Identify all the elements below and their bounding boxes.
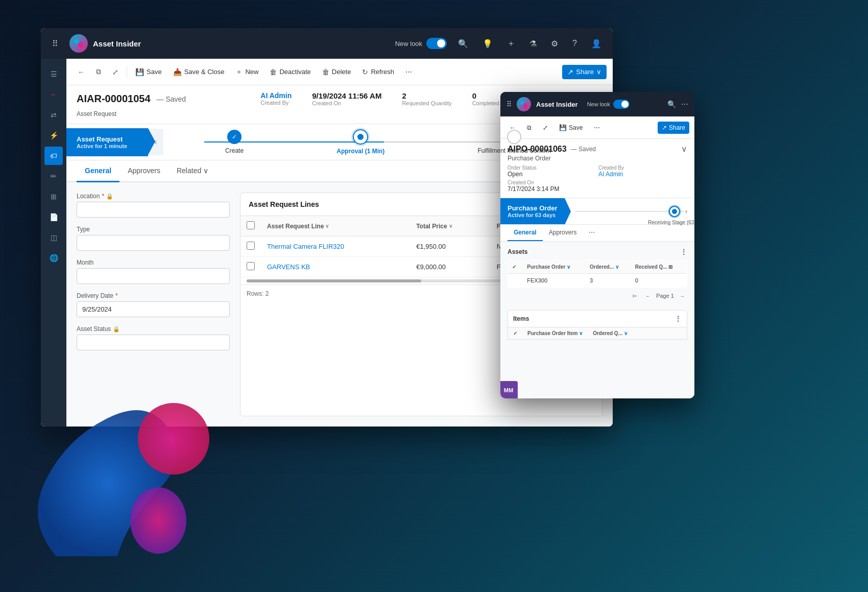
save-close-button[interactable]: 📥 Save & Close xyxy=(168,65,230,79)
sec-save-label: Save xyxy=(569,124,583,131)
month-label: Month xyxy=(77,259,230,266)
row2-check[interactable] xyxy=(247,262,255,270)
sidebar-edit-icon[interactable]: ✏ xyxy=(44,167,63,185)
save-button[interactable]: 💾 Save xyxy=(130,65,167,79)
sort-icon: ∨ xyxy=(325,223,329,229)
sidebar-shuffle-icon[interactable]: ⇄ xyxy=(44,106,63,124)
new-button[interactable]: ＋ New xyxy=(230,64,263,80)
workflow-step-approval: Approval (1 Min) xyxy=(336,129,384,155)
sec-share-button[interactable]: ↗ Share xyxy=(658,122,689,134)
delete-button[interactable]: 🗑 Delete xyxy=(317,65,356,79)
new-look-toggle[interactable] xyxy=(426,38,447,49)
sidebar-grid-icon[interactable]: ⊞ xyxy=(44,187,63,206)
tab-related[interactable]: Related ∨ xyxy=(168,160,216,182)
row2-name[interactable]: GARVENS KB xyxy=(261,257,410,277)
prev-page-btn[interactable]: ← xyxy=(643,291,653,301)
app-logo: Asset Insider xyxy=(69,34,141,53)
new-window-button[interactable]: ⤢ xyxy=(107,65,124,79)
items-col-ordered[interactable]: Ordered Q... ∨ xyxy=(593,330,628,336)
user-icon[interactable]: 👤 xyxy=(588,36,605,52)
sec-save-button[interactable]: 💾 Save xyxy=(555,122,587,134)
save-label: Save xyxy=(147,68,162,76)
status-sub: Active for 1 minute xyxy=(77,143,138,149)
refresh-button[interactable]: ↻ Refresh xyxy=(357,65,399,79)
items-title: Items xyxy=(513,315,529,322)
sec-new-look-label: New look xyxy=(587,101,610,107)
sec-record-saved: — Saved xyxy=(571,146,596,153)
help-icon[interactable]: ? xyxy=(569,36,580,51)
assets-col-po[interactable]: Purchase Order ∨ xyxy=(523,261,586,274)
tab-general[interactable]: General xyxy=(77,160,119,182)
items-table-header: ✓ Purchase Order Item ∨ Ordered Q... ∨ xyxy=(508,327,687,340)
record-saved-status: — Saved xyxy=(157,95,186,103)
assets-col-ordered[interactable]: Ordered... ∨ xyxy=(586,261,631,274)
delivery-date-input[interactable] xyxy=(77,301,230,317)
required-star: * xyxy=(102,193,104,200)
copy-button[interactable]: ⧉ xyxy=(91,64,106,79)
location-input[interactable] xyxy=(77,202,230,218)
sec-tab-general[interactable]: General xyxy=(508,225,543,241)
sidebar-doc-icon[interactable]: 📄 xyxy=(44,208,63,226)
field-asset-status: Asset Status 🔒 xyxy=(77,325,230,350)
sidebar-layers-icon[interactable]: ◫ xyxy=(44,228,63,247)
lock-icon-2: 🔒 xyxy=(113,326,120,333)
sidebar-back-icon[interactable]: ← xyxy=(44,85,63,104)
assets-row1-ordered: 3 xyxy=(586,274,631,288)
back-button[interactable]: ← xyxy=(73,65,90,79)
filter-icon[interactable]: ⚗ xyxy=(526,36,540,52)
svg-point-3 xyxy=(523,103,527,108)
next-page-btn[interactable]: → xyxy=(677,291,687,301)
search-icon[interactable]: 🔍 xyxy=(455,36,471,52)
items-more-icon[interactable]: ⋮ xyxy=(674,315,682,323)
created-by-value: AI Admin xyxy=(260,91,292,100)
step-circle-fulfillment xyxy=(507,130,521,144)
sec-workflow-step: Receiving Stage (63 D) xyxy=(669,206,680,217)
share-dropdown-icon: ∨ xyxy=(596,68,601,76)
row1-check[interactable] xyxy=(247,242,255,250)
requested-qty-label: Requested Quantity xyxy=(402,100,451,106)
row1-name[interactable]: Thermal Camera FLIR320 xyxy=(261,236,410,257)
sec-toggle[interactable] xyxy=(613,100,630,109)
sec-search-icon[interactable]: 🔍 xyxy=(667,100,676,108)
toolbar-divider-1 xyxy=(127,66,127,78)
sec-tab-approvers[interactable]: Approvers xyxy=(543,225,583,241)
tab-approvers[interactable]: Approvers xyxy=(119,160,168,182)
settings-icon[interactable]: ⚙ xyxy=(548,36,561,52)
deactivate-label: Deactivate xyxy=(279,68,310,76)
requested-qty-meta: 2 Requested Quantity xyxy=(402,91,451,106)
location-label: Location * 🔒 xyxy=(77,193,230,200)
assets-more-icon[interactable]: ⋮ xyxy=(680,248,687,256)
items-col-po-item[interactable]: Purchase Order Item ∨ xyxy=(527,330,583,336)
sec-status-badge: Purchase Order Active for 63 days xyxy=(500,198,565,224)
first-page-btn[interactable]: ⊢ xyxy=(630,291,640,301)
top-nav: ⠿ Asset Insider New look 🔍 💡 ＋ ⚗ ⚙ ? 👤 xyxy=(41,28,613,59)
col-price-sort[interactable]: Total Price ∨ xyxy=(416,223,485,230)
add-icon[interactable]: ＋ xyxy=(504,35,518,52)
sidebar-menu-icon[interactable]: ☰ xyxy=(44,65,63,83)
sidebar-tag-icon[interactable]: 🏷 xyxy=(44,147,63,165)
assets-col-received[interactable]: Received Q... ⊞ xyxy=(631,261,687,274)
sidebar-globe-icon[interactable]: 🌐 xyxy=(44,249,63,267)
sec-record-type: Purchase Order xyxy=(508,155,687,162)
sec-grid-icon[interactable]: ⠿ xyxy=(507,100,512,108)
sec-workflow-forward-icon[interactable]: › xyxy=(685,208,687,215)
share-button[interactable]: ↗ Share ∨ xyxy=(562,65,607,79)
select-all-checkbox[interactable] xyxy=(247,221,255,229)
asset-status-input[interactable] xyxy=(77,335,230,350)
sec-more-icon[interactable]: ⋯ xyxy=(681,100,688,108)
month-input[interactable] xyxy=(77,268,230,284)
sec-tab-more[interactable]: ⋯ xyxy=(583,225,601,241)
save-close-label: Save & Close xyxy=(184,68,225,76)
type-input[interactable] xyxy=(77,235,230,251)
created-on-label: Created On xyxy=(312,100,341,106)
sec-expand-icon[interactable]: ∨ xyxy=(681,144,687,154)
sec-more-btn[interactable]: ⋯ xyxy=(590,122,604,134)
col-asset-line-sort[interactable]: Asset Request Line ∨ xyxy=(267,223,404,230)
deactivate-button[interactable]: 🗑 Deactivate xyxy=(264,65,316,79)
lightbulb-icon[interactable]: 💡 xyxy=(479,36,496,52)
sec-logo-circle xyxy=(517,97,531,111)
grid-icon[interactable]: ⠿ xyxy=(49,36,61,52)
sidebar-lightning-icon[interactable]: ⚡ xyxy=(44,126,63,145)
more-button[interactable]: ⋯ xyxy=(400,65,417,79)
step-label-create: Create xyxy=(225,147,244,154)
